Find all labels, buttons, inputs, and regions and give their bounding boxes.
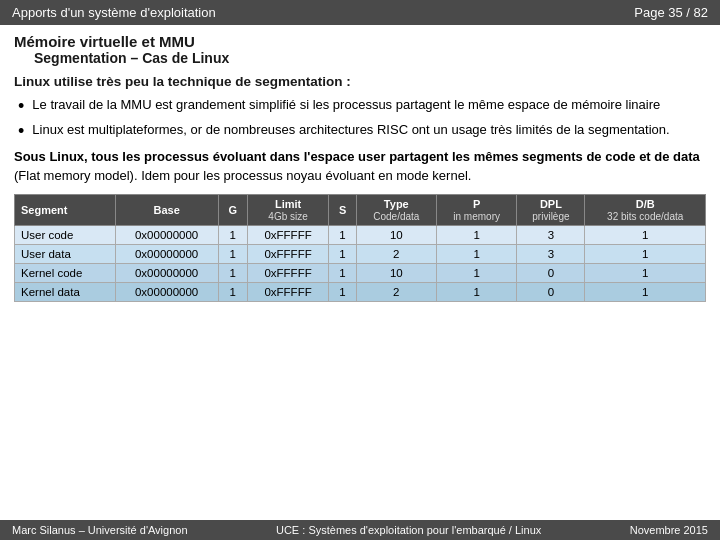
th-base: Base — [115, 194, 218, 225]
bullet-text-1: Le travail de la MMU est grandement simp… — [32, 96, 660, 114]
th-dpl-sub: privilège — [532, 211, 569, 222]
bullet-text-2: Linux est multiplateformes, or de nombre… — [32, 121, 669, 139]
summary-bold: Sous Linux, tous les processus évoluant … — [14, 149, 700, 164]
th-p: Pin memory — [436, 194, 517, 225]
main-content: Mémoire virtuelle et MMU Segmentation – … — [0, 25, 720, 312]
section-heading: Linux utilise très peu la technique de s… — [14, 74, 706, 89]
slide-footer: Marc Silanus – Université d'Avignon UCE … — [0, 520, 720, 540]
td-segment: Kernel code — [15, 263, 116, 282]
td-db: 1 — [585, 225, 706, 244]
td-base: 0x00000000 — [115, 244, 218, 263]
td-g: 1 — [218, 263, 247, 282]
th-type-sub: Code/data — [373, 211, 419, 222]
td-p: 1 — [436, 225, 517, 244]
td-dpl: 0 — [517, 263, 585, 282]
table-body: User code 0x00000000 1 0xFFFFF 1 10 1 3 … — [15, 225, 706, 301]
slide-header: Apports d'un système d'exploitation Page… — [0, 0, 720, 25]
th-type: TypeCode/data — [356, 194, 436, 225]
th-s: S — [329, 194, 357, 225]
th-segment: Segment — [15, 194, 116, 225]
th-db: D/B32 bits code/data — [585, 194, 706, 225]
title-line1: Mémoire virtuelle et MMU — [14, 33, 706, 50]
table-row: Kernel data 0x00000000 1 0xFFFFF 1 2 1 0… — [15, 282, 706, 301]
th-p-sub: in memory — [453, 211, 500, 222]
title-line2: Segmentation – Cas de Linux — [14, 50, 706, 66]
table-row: Kernel code 0x00000000 1 0xFFFFF 1 10 1 … — [15, 263, 706, 282]
td-db: 1 — [585, 244, 706, 263]
summary-block: Sous Linux, tous les processus évoluant … — [14, 148, 706, 186]
td-base: 0x00000000 — [115, 263, 218, 282]
td-g: 1 — [218, 225, 247, 244]
td-segment: Kernel data — [15, 282, 116, 301]
td-s: 1 — [329, 244, 357, 263]
th-limit: Limit4Gb size — [247, 194, 328, 225]
title-block: Mémoire virtuelle et MMU Segmentation – … — [14, 33, 706, 66]
td-segment: User code — [15, 225, 116, 244]
bullet-list: • Le travail de la MMU est grandement si… — [14, 96, 706, 140]
td-dpl: 3 — [517, 225, 585, 244]
th-g: G — [218, 194, 247, 225]
td-db: 1 — [585, 282, 706, 301]
td-type: 2 — [356, 282, 436, 301]
footer-left: Marc Silanus – Université d'Avignon — [12, 524, 188, 536]
td-p: 1 — [436, 244, 517, 263]
td-p: 1 — [436, 282, 517, 301]
table-row: User code 0x00000000 1 0xFFFFF 1 10 1 3 … — [15, 225, 706, 244]
td-limit: 0xFFFFF — [247, 225, 328, 244]
td-segment: User data — [15, 244, 116, 263]
td-limit: 0xFFFFF — [247, 244, 328, 263]
table-header-row: Segment Base G Limit4Gb size S TypeCode/… — [15, 194, 706, 225]
td-db: 1 — [585, 263, 706, 282]
segmentation-table: Segment Base G Limit4Gb size S TypeCode/… — [14, 194, 706, 302]
td-dpl: 0 — [517, 282, 585, 301]
td-limit: 0xFFFFF — [247, 263, 328, 282]
th-db-sub: 32 bits code/data — [607, 211, 683, 222]
th-dpl: DPLprivilège — [517, 194, 585, 225]
td-p: 1 — [436, 263, 517, 282]
td-g: 1 — [218, 244, 247, 263]
td-type: 2 — [356, 244, 436, 263]
td-g: 1 — [218, 282, 247, 301]
td-limit: 0xFFFFF — [247, 282, 328, 301]
summary-rest: (Flat memory model). Idem pour les proce… — [14, 168, 471, 183]
td-base: 0x00000000 — [115, 282, 218, 301]
td-type: 10 — [356, 263, 436, 282]
list-item: • Linux est multiplateformes, or de nomb… — [18, 121, 706, 140]
footer-right: Novembre 2015 — [630, 524, 708, 536]
list-item: • Le travail de la MMU est grandement si… — [18, 96, 706, 115]
td-s: 1 — [329, 263, 357, 282]
header-page-info: Page 35 / 82 — [634, 5, 708, 20]
td-dpl: 3 — [517, 244, 585, 263]
header-title: Apports d'un système d'exploitation — [12, 5, 216, 20]
td-s: 1 — [329, 225, 357, 244]
th-limit-sub: 4Gb size — [268, 211, 307, 222]
td-s: 1 — [329, 282, 357, 301]
table-row: User data 0x00000000 1 0xFFFFF 1 2 1 3 1 — [15, 244, 706, 263]
bullet-icon: • — [18, 97, 24, 115]
td-base: 0x00000000 — [115, 225, 218, 244]
bullet-icon: • — [18, 122, 24, 140]
footer-center: UCE : Systèmes d'exploitation pour l'emb… — [276, 524, 541, 536]
td-type: 10 — [356, 225, 436, 244]
